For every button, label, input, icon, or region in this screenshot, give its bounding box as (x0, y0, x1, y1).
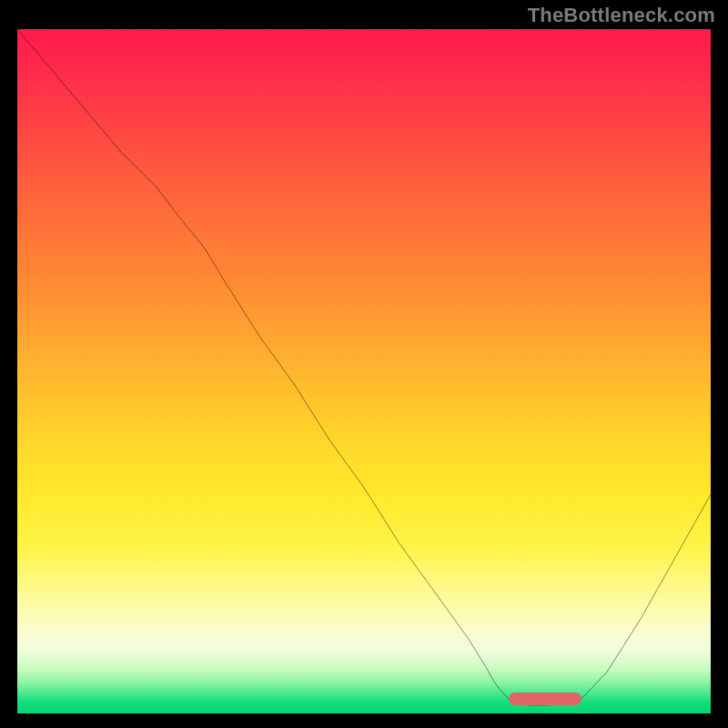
plot-area (17, 29, 711, 713)
optimal-range-marker (509, 693, 581, 705)
bottleneck-curve (17, 29, 711, 713)
watermark-text: TheBottleneck.com (528, 4, 715, 27)
chart-frame (14, 25, 714, 717)
bottleneck-curve-path (17, 29, 711, 705)
